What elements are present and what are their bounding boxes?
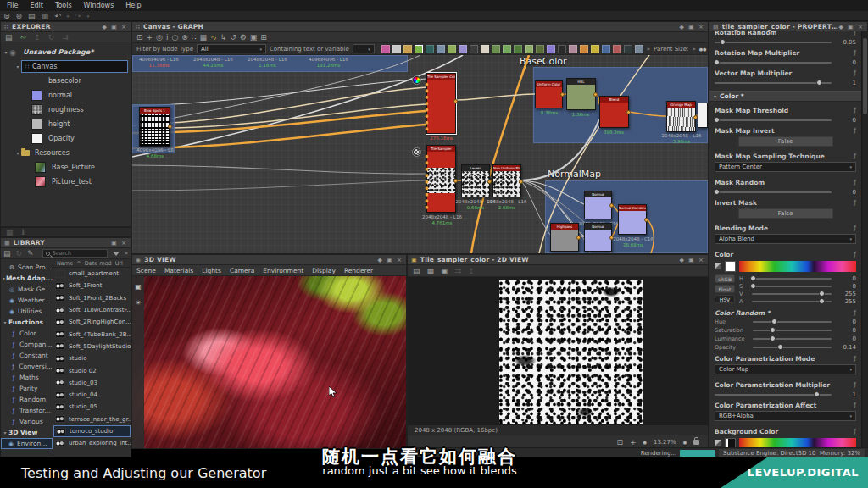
chevron-down-icon[interactable]: ▾ (3, 49, 9, 55)
close-icon[interactable]: × (121, 240, 126, 247)
graph-canvas[interactable]: BaseColor NormalMap 4096x4096 - L1611.38… (132, 55, 708, 253)
list-item[interactable]: Soft_1LowContrastF... (53, 304, 131, 316)
menu-scene[interactable]: Scene (136, 267, 156, 274)
function-icon[interactable]: ƒ (854, 107, 856, 114)
list-item[interactable]: studio_04 (53, 389, 131, 401)
package-row[interactable]: ▾ ◉ Unsaved Package* (1, 45, 131, 59)
close-icon[interactable]: × (397, 257, 402, 263)
hsv-button[interactable]: HSV (715, 295, 735, 303)
color-random-luminance-slider[interactable]: Luminance0 (715, 335, 856, 343)
tree-item-normal[interactable]: normal (1, 88, 131, 103)
color-random-saturation-slider[interactable]: Saturation0 (715, 326, 856, 335)
node-normal-combine[interactable]: Normal Combine (618, 204, 647, 235)
blending-mode-dropdown[interactable]: Alpha Blend▾ (715, 234, 856, 244)
lib-cat-functions[interactable]: ▾Functions (1, 317, 53, 328)
function-icon[interactable]: ƒ (854, 31, 856, 36)
zoom-tool-icon[interactable]: ○ (171, 33, 178, 42)
chevron-down-icon[interactable]: ▾ (14, 64, 21, 69)
contains-filter-dropdown[interactable]: ▾ (353, 44, 375, 53)
output-dot[interactable] (593, 92, 598, 97)
lib-cat-environment[interactable]: ◉Environ... (1, 438, 53, 449)
more-icon[interactable]: » (125, 250, 128, 257)
input-dots[interactable] (425, 153, 429, 211)
palette-swatch-selected[interactable] (415, 45, 423, 53)
menu-materials[interactable]: Materials (164, 267, 193, 274)
palette-swatch[interactable] (503, 45, 511, 53)
rotation-map-multiplier-slider[interactable]: 0 (715, 58, 856, 68)
mask-map-threshold-slider[interactable]: 0 (715, 115, 856, 125)
menu-tools[interactable]: Tools (55, 2, 72, 9)
output-dot[interactable] (453, 179, 458, 183)
cut-links-icon[interactable]: ⊗ (181, 33, 188, 42)
new-folder-icon[interactable]: ▤ (3, 249, 11, 258)
node-highpass[interactable]: Highpass (550, 223, 579, 252)
grid-view-icon[interactable]: ▦ (6, 228, 14, 236)
pin-icon[interactable]: ◆ (839, 24, 844, 30)
invert-mask-toggle[interactable]: False (738, 208, 833, 219)
output-dot[interactable] (644, 218, 648, 222)
output-dot[interactable] (487, 180, 492, 184)
rotation-random-slider[interactable]: 0.05 (715, 37, 856, 47)
grayscale-mode-badge[interactable] (412, 147, 421, 157)
library-search[interactable] (42, 249, 108, 258)
tree-item-roughness[interactable]: roughness (1, 103, 131, 117)
open-icon[interactable]: ▤ (28, 12, 36, 20)
function-icon[interactable]: ƒ (854, 428, 856, 435)
lib-cat-constant[interactable]: ƒConstant (1, 350, 53, 361)
col-name[interactable]: Name (57, 260, 73, 267)
function-icon[interactable]: ƒ (854, 225, 856, 231)
output-dot[interactable] (609, 203, 614, 208)
display-mode-icon[interactable]: ▦ (200, 33, 208, 42)
lib-cat-conversion[interactable]: ƒConversi... (1, 361, 53, 372)
list-item[interactable]: studio 02 (53, 364, 131, 376)
palette-swatch[interactable] (525, 45, 533, 53)
rotate-icon[interactable]: ↺ (230, 33, 236, 42)
function-icon[interactable]: ƒ (854, 251, 856, 258)
menu-windows[interactable]: Windows (84, 2, 114, 9)
link-style-icon[interactable]: ∿ (210, 33, 217, 42)
focus-icon[interactable]: ◎ (156, 33, 163, 42)
lib-cat-comparison[interactable]: ƒCompan... (1, 339, 53, 350)
lib-cat-parity[interactable]: ƒParity (1, 383, 53, 394)
redo-icon[interactable]: ↷ (75, 12, 81, 20)
list-item[interactable]: Soft_1Front_2Backs (53, 292, 131, 304)
output-dot[interactable] (576, 236, 581, 240)
view2d-viewport[interactable] (408, 277, 708, 424)
menu-lights[interactable]: Lights (202, 267, 221, 274)
list-item[interactable]: Soft_4TubeBank_2B... (53, 328, 131, 340)
palette-swatch[interactable] (403, 45, 412, 53)
color-random-opacity-slider[interactable]: Opacity0.14 (715, 343, 856, 352)
float-button[interactable]: Float (715, 285, 735, 293)
select-tool-icon[interactable]: ⊡ (136, 33, 143, 42)
node-normal-1[interactable]: Normal (584, 191, 612, 219)
tree-item-opacity[interactable]: Opacity (1, 131, 131, 146)
output-dot[interactable] (626, 110, 631, 114)
thumbnail-icon[interactable]: ▣ (250, 33, 258, 42)
palette-swatch[interactable] (514, 45, 522, 53)
output-dot[interactable] (168, 125, 172, 129)
background-color-spectrum-bar[interactable] (739, 438, 856, 448)
color-random-hue-slider[interactable]: Hue0 (715, 318, 856, 326)
parent-size-dropdown-icon[interactable]: » (692, 46, 695, 53)
node-blend[interactable]: Blend (599, 96, 629, 128)
function-icon[interactable]: ƒ (854, 402, 856, 408)
vector-map-multiplier-slider[interactable]: 1 (715, 78, 856, 88)
value-slider[interactable]: V255 (739, 290, 856, 297)
close-icon[interactable]: × (121, 24, 126, 30)
tree-item-base-picture[interactable]: Base_Picture (1, 160, 131, 175)
filter-icon[interactable] (113, 252, 120, 256)
float-icon[interactable]: ▣ (848, 24, 854, 30)
color-param-multiplier-slider[interactable]: 1 (715, 390, 856, 400)
close-icon[interactable]: × (698, 257, 704, 263)
float-icon[interactable]: ▣ (387, 257, 392, 263)
import-icon[interactable]: ↥ (34, 33, 41, 42)
texture-preview[interactable] (499, 280, 643, 424)
color-section-header[interactable]: ▾ Color * (709, 91, 861, 102)
node-type-dropdown[interactable]: All▾ (197, 44, 266, 53)
output-dot[interactable] (560, 92, 565, 97)
chevron-down-icon[interactable]: ▾ (14, 150, 21, 156)
tree-item-resources[interactable]: ▾ Resources (1, 146, 131, 160)
function-icon[interactable]: ƒ (854, 152, 856, 159)
copy-image-icon[interactable]: ▣ (441, 267, 448, 275)
mask-random-slider[interactable]: 0 (715, 187, 856, 197)
